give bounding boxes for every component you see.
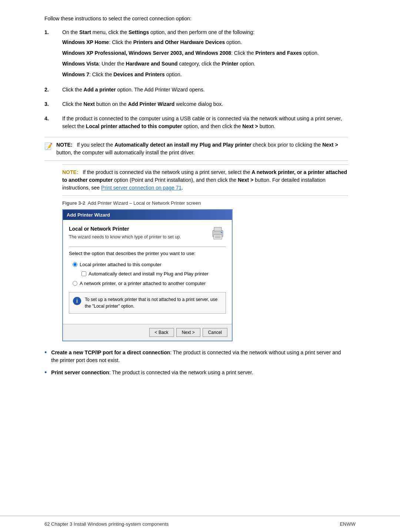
svg-rect-1 — [214, 227, 221, 231]
wizard-info-text: To set up a network printer that is not … — [85, 296, 222, 310]
print-server-link[interactable]: Print server connection on page 71 — [101, 185, 181, 191]
step-2-content: Click the Add a printer option. The Add … — [62, 86, 348, 96]
note-1-text: NOTE: If you select the Automatically de… — [56, 141, 348, 157]
printer-icon — [210, 225, 226, 241]
step-3: 3. Click the Next button on the Add Prin… — [44, 100, 348, 110]
checkbox-autodetect-label: Automatically detect and install my Plug… — [89, 270, 209, 278]
step-3-num: 3. — [44, 100, 62, 110]
bullet-2-text: Print server connection: The product is … — [51, 369, 253, 377]
numbered-list: 1. On the Start menu, click the Settings… — [44, 29, 348, 133]
footer-right: ENWW — [340, 521, 356, 528]
bullet-dot-2: • — [44, 368, 47, 377]
radio-local: Local printer attached to this computer — [73, 261, 226, 268]
step-3-content: Click the Next button on the Add Printer… — [62, 100, 348, 110]
wizard-header-title: Local or Network Printer — [69, 225, 181, 233]
wizard-info-box: i To set up a network printer that is no… — [69, 292, 226, 314]
step-2: 2. Click the Add a printer option. The A… — [44, 86, 348, 96]
checkbox-autodetect: Automatically detect and install my Plug… — [81, 270, 226, 278]
step-1-xphome: Windows XP Home: Click the Printers and … — [62, 39, 348, 46]
step-1-xppro: Windows XP Professional, Windows Server … — [62, 49, 348, 57]
svg-rect-3 — [215, 236, 221, 237]
step-4: 4. If the product is connected to the co… — [44, 115, 348, 133]
note-1-label: NOTE: — [56, 142, 73, 148]
wizard-footer: < Back Next > Cancel — [63, 324, 232, 341]
bullet-dot-1: • — [44, 348, 47, 364]
intro-text: Follow these instructions to select the … — [44, 15, 348, 23]
back-button[interactable]: < Back — [149, 328, 174, 337]
radio-network: A network printer, or a printer attached… — [73, 280, 226, 287]
radio-network-input[interactable] — [73, 281, 77, 286]
step-2-num: 2. — [44, 86, 62, 96]
checkbox-autodetect-input[interactable] — [81, 271, 86, 276]
printer-svg — [210, 225, 226, 241]
step-4-text: If the product is connected to the compu… — [62, 115, 348, 130]
wizard-header-subtitle: The wizard needs to know which type of p… — [69, 234, 181, 240]
radio-network-label: A network printer, or a printer attached… — [80, 280, 206, 287]
wizard-divider — [69, 247, 226, 247]
page: Follow these instructions to select the … — [0, 0, 400, 532]
step-4-content: If the product is connected to the compu… — [62, 115, 348, 133]
svg-rect-4 — [215, 237, 221, 238]
wizard-titlebar: Add Printer Wizard — [63, 210, 232, 220]
step-3-text: Click the Next button on the Add Printer… — [62, 100, 348, 108]
step-1-num: 1. — [44, 29, 62, 81]
main-content: Follow these instructions to select the … — [44, 15, 348, 377]
svg-rect-2 — [214, 235, 222, 239]
info-icon: i — [73, 297, 81, 305]
step-1-vista: Windows Vista: Under the Hardware and So… — [62, 60, 348, 68]
wizard-window: Add Printer Wizard Local or Network Prin… — [62, 209, 233, 342]
figure-caption: Figure 3-2 Add Printer Wizard – Local or… — [62, 200, 348, 207]
step-1-indent: Windows XP Home: Click the Printers and … — [62, 39, 348, 78]
step-1-main: On the Start menu, click the Settings op… — [62, 29, 348, 36]
bullet-item-1: • Create a new TCP/IP port for a direct … — [44, 349, 348, 364]
wizard-title: Add Printer Wizard — [67, 212, 110, 218]
radio-group: Local printer attached to this computer … — [73, 261, 226, 287]
radio-local-label: Local printer attached to this computer — [80, 261, 161, 268]
next-button[interactable]: Next > — [176, 328, 200, 337]
wizard-header-section: Local or Network Printer The wizard need… — [69, 225, 226, 241]
note-2-box: NOTE: If the product is connected via th… — [62, 164, 348, 196]
step-1-win7: Windows 7: Click the Devices and Printer… — [62, 71, 348, 78]
figure-label: Figure 3-2 — [62, 200, 85, 206]
radio-local-input[interactable] — [73, 262, 77, 267]
footer-left: 62 Chapter 3 Install Windows printing-sy… — [44, 521, 169, 528]
wizard-header-text: Local or Network Printer The wizard need… — [69, 225, 181, 240]
svg-point-5 — [221, 232, 222, 233]
wizard-body: Local or Network Printer The wizard need… — [63, 220, 232, 324]
note-icon: 📝 — [44, 141, 53, 151]
wizard-select-prompt: Select the option that describes the pri… — [69, 250, 226, 257]
bullet-list: • Create a new TCP/IP port for a direct … — [44, 349, 348, 377]
step-1-content: On the Start menu, click the Settings op… — [62, 29, 348, 81]
step-4-num: 4. — [44, 115, 62, 133]
bullet-item-2: • Print server connection: The product i… — [44, 369, 348, 377]
note-2-label: NOTE: — [62, 169, 79, 175]
footer-bar: 62 Chapter 3 Install Windows printing-sy… — [0, 516, 400, 532]
cancel-button[interactable]: Cancel — [203, 328, 227, 337]
step-2-text: Click the Add a printer option. The Add … — [62, 86, 348, 94]
note-1-box: 📝 NOTE: If you select the Automatically … — [44, 137, 348, 161]
step-1: 1. On the Start menu, click the Settings… — [44, 29, 348, 81]
bullet-1-text: Create a new TCP/IP port for a direct co… — [51, 349, 348, 364]
